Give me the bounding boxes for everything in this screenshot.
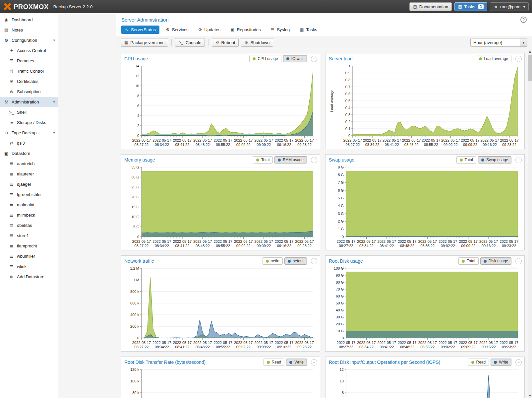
svg-text:08:41:22: 08:41:22 (380, 345, 394, 349)
legend-toggle-netin[interactable]: netin (263, 257, 283, 265)
sidebar-item-djaeger[interactable]: ≣djaeger (0, 179, 58, 189)
legend-toggle-total[interactable]: Total (458, 257, 478, 265)
svg-text:30 G: 30 G (336, 315, 344, 319)
svg-text:2022-05-17: 2022-05-17 (132, 341, 151, 345)
sidebar-item-wlink[interactable]: ≣wlink (0, 261, 58, 272)
sidebar-item-subscription[interactable]: ⊛Subscription (0, 87, 58, 97)
sidebar-item-label: Add Datastore (17, 274, 44, 279)
sidebar-item-administration[interactable]: ⚒Administration▾ (0, 97, 58, 107)
tab-updates[interactable]: ⟳ Updates (195, 26, 224, 34)
sidebar-item-fgruenbichler[interactable]: ≣fgruenbichler (0, 189, 58, 200)
terminal-icon: >_ (9, 110, 15, 115)
sidebar-item-qsl3[interactable]: ⇄qsl3 (0, 138, 58, 148)
legend-color-dot (266, 260, 269, 263)
collapse-chart-button[interactable]: − (311, 258, 317, 264)
sidebar-item-traffic-control[interactable]: ⇅Traffic Control (0, 66, 58, 76)
user-menu-button[interactable]: ☻ root@pam ▾ (490, 2, 529, 11)
tab-services[interactable]: ⚙ Services (162, 26, 192, 34)
collapse-chart-button[interactable]: − (311, 157, 317, 163)
sidebar-item-access-control[interactable]: ✦Access Control (0, 45, 58, 56)
legend-toggle-swap-usage[interactable]: Swap usage (478, 156, 511, 164)
collapse-chart-button[interactable]: − (311, 56, 317, 62)
legend-toggle-write[interactable]: Write (491, 359, 511, 366)
collapse-chart-button[interactable]: − (515, 56, 522, 62)
console-button[interactable]: >_ Console (175, 38, 205, 47)
legend-toggle-ram-usage[interactable]: RAM usage (274, 156, 307, 164)
sidebar-item-wbumiller[interactable]: ≣wbumiller (0, 251, 58, 261)
tab-repositories[interactable]: ▣ Repositories (227, 26, 265, 34)
database-icon: ≣ (9, 171, 15, 176)
legend-toggle-read[interactable]: Read (468, 359, 489, 366)
legend-toggle-load-average[interactable]: Load average (476, 55, 511, 62)
sidebar-item-remotes[interactable]: ☰Remotes (0, 56, 58, 66)
tab-syslog[interactable]: ☰ Syslog (267, 26, 293, 34)
sidebar-item-notes[interactable]: ▤Notes (0, 25, 58, 35)
chevron-down-icon[interactable]: ▾ (53, 100, 56, 104)
sidebar-item-label: Traffic Control (17, 69, 44, 74)
legend-toggle-io-wait[interactable]: IO wait (283, 55, 307, 62)
sidebar-item-mlimbeck[interactable]: ≣mlimbeck (0, 210, 58, 220)
sidebar-item-certificates[interactable]: ✳Certificates (0, 76, 58, 87)
sidebar-item-store1[interactable]: ≣store1 (0, 231, 58, 241)
tab-tasks[interactable]: ▦ Tasks (296, 26, 321, 34)
chevron-down-icon[interactable]: ▾ (520, 38, 527, 46)
svg-text:10 G: 10 G (131, 215, 139, 219)
svg-text:2022-05-17: 2022-05-17 (479, 341, 498, 345)
sidebar-item-storage-disks[interactable]: ≡Storage / Disks (0, 117, 58, 128)
legend-toggle-total[interactable]: Total (253, 156, 273, 164)
legend-toggle-netout[interactable]: netout (284, 257, 307, 265)
sidebar-item-alauterer[interactable]: ≣alauterer (0, 169, 58, 179)
scrollbar-thumb[interactable] (528, 55, 532, 81)
collapse-chart-button[interactable]: − (515, 359, 522, 365)
vertical-scrollbar[interactable] (528, 49, 532, 398)
collapse-chart-button[interactable]: − (515, 258, 522, 264)
help-icon[interactable]: ? (520, 17, 527, 23)
scroll-down-arrow[interactable] (528, 393, 532, 398)
legend-toggle-total[interactable]: Total (456, 156, 476, 164)
svg-text:08:48:22: 08:48:22 (196, 244, 210, 248)
sidebar-item-configuration[interactable]: ⚙Configuration▾ (0, 35, 58, 45)
documentation-button[interactable]: ▤ Documentation (409, 2, 452, 11)
chart-svg-iops: 0246810122022-05-1708:27:222022-05-1708:… (328, 367, 522, 398)
sidebar-item-malmalat[interactable]: ≣malmalat (0, 200, 58, 210)
svg-text:2022-05-17: 2022-05-17 (275, 341, 293, 345)
svg-text:0.3: 0.3 (345, 113, 350, 117)
svg-text:1: 1 (348, 64, 350, 68)
collapse-chart-button[interactable]: − (515, 157, 522, 163)
svg-text:10 G: 10 G (336, 329, 344, 333)
sidebar-item-tape-backup[interactable]: ⊙Tape Backup▾ (0, 128, 58, 138)
sidebar-item-add-datastore[interactable]: ⊕Add Datastore (0, 272, 58, 282)
collapse-chart-button[interactable]: − (311, 359, 317, 365)
shutdown-button[interactable]: ⊙ Shutdown (241, 38, 273, 47)
svg-text:09:16:22: 09:16:22 (277, 345, 291, 349)
legend-toggle-disk-usage[interactable]: Disk usage (480, 257, 511, 265)
package-versions-button[interactable]: ▦ Package versions (121, 38, 168, 47)
sidebar-item-dashboard[interactable]: ◉Dashboard (0, 15, 58, 25)
tab-serverstatus[interactable]: ∿ ServerStatus (121, 26, 159, 34)
legend-toggle-cpu-usage[interactable]: CPU usage (249, 55, 281, 62)
svg-text:35 G: 35 G (131, 165, 139, 169)
tasks-button[interactable]: ▦ Tasks 1 (454, 2, 487, 11)
scroll-up-arrow[interactable] (528, 49, 532, 54)
wrench-icon: ⚒ (3, 100, 9, 104)
repository-icon: ▣ (230, 27, 234, 32)
page-title: Server Administration (121, 17, 169, 23)
chevron-down-icon[interactable]: ▾ (53, 131, 56, 135)
legend-toggle-write[interactable]: Write (286, 359, 307, 366)
chart-canvas: 0246810122022-05-1708:27:222022-05-1708:… (325, 367, 524, 398)
legend-toggle-read[interactable]: Read (264, 359, 285, 366)
sidebar-item-aantreich[interactable]: ≣aantreich (0, 159, 58, 169)
svg-text:2 G: 2 G (338, 219, 344, 223)
svg-text:2022-05-17: 2022-05-17 (418, 341, 437, 345)
svg-text:1 M: 1 M (133, 278, 139, 282)
user-icon: ☻ (494, 4, 498, 9)
sidebar-item-tlamprecht[interactable]: ≣tlamprecht (0, 241, 58, 251)
svg-text:2022-05-17: 2022-05-17 (255, 138, 273, 142)
time-range-select[interactable]: Hour (average) ▾ (470, 38, 527, 47)
sidebar-item-datastore[interactable]: ▣Datastore (0, 148, 58, 159)
sidebar-item-shell[interactable]: >_Shell (0, 107, 58, 117)
sidebar-item-obektas[interactable]: ≣obektas (0, 220, 58, 231)
chart-svg-rootdisk: 010 G20 G30 G40 G50 G60 G70 G80 G90 G100… (328, 266, 522, 350)
reboot-button[interactable]: ⟲ Reboot (212, 38, 239, 47)
chevron-down-icon[interactable]: ▾ (53, 38, 56, 42)
